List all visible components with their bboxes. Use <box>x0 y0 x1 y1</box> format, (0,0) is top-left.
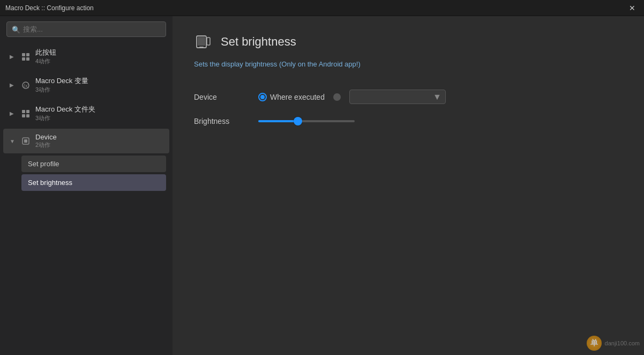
sidebar-item-set-profile[interactable]: Set profile <box>21 156 166 172</box>
device-form-row: Device Where executed ▼ <box>194 90 623 104</box>
category-files[interactable]: ▶ Macro Deck 文件夹 3动作 <box>3 100 169 127</box>
svg-rect-9 <box>26 114 29 117</box>
action-title: Set brightness <box>221 35 296 49</box>
category-buttons-text: 此按钮 4动作 <box>35 48 56 65</box>
radio-label-where-executed: Where executed <box>270 93 325 101</box>
brightness-slider-wrapper <box>258 120 355 122</box>
sidebar: 🔍 ▶ 此按钮 4动作 ▶ <box>0 16 173 355</box>
svg-rect-8 <box>22 114 25 117</box>
folder-icon <box>20 108 31 119</box>
svg-rect-7 <box>26 110 29 113</box>
svg-rect-14 <box>199 47 204 48</box>
brightness-icon <box>194 32 213 51</box>
category-device[interactable]: ▼ Device 2动作 <box>3 129 169 153</box>
radio-group: Where executed ▼ <box>258 90 446 104</box>
radio-specific[interactable] <box>333 93 341 101</box>
category-files-text: Macro Deck 文件夹 3动作 <box>35 105 95 122</box>
search-box: 🔍 <box>6 21 166 37</box>
titlebar-title: Macro Deck :: Configure action <box>5 4 94 12</box>
device-dropdown[interactable] <box>349 90 446 104</box>
titlebar: Macro Deck :: Configure action ✕ <box>0 0 644 16</box>
svg-rect-1 <box>26 53 29 56</box>
grid-icon <box>20 51 31 62</box>
device-icon <box>20 136 31 146</box>
chevron-right-icon: ▶ <box>10 82 16 88</box>
svg-rect-0 <box>22 53 25 56</box>
svg-rect-3 <box>26 57 29 61</box>
watermark-text: danji100.com <box>605 340 640 346</box>
search-input[interactable] <box>6 21 166 37</box>
action-header: Set brightness <box>194 32 623 51</box>
chevron-right-icon: ▶ <box>10 110 16 116</box>
svg-rect-2 <box>22 57 25 61</box>
close-button[interactable]: ✕ <box>626 3 639 13</box>
brightness-form-row: Brightness <box>194 117 623 125</box>
svg-rect-13 <box>198 37 205 46</box>
radio-circle-checked <box>258 93 267 101</box>
sidebar-item-set-brightness[interactable]: Set brightness <box>21 174 166 191</box>
content-area: Set brightness Sets the display brightne… <box>173 16 644 355</box>
category-variables[interactable]: ▶ (x) Macro Deck 变量 3动作 <box>3 72 169 98</box>
device-dropdown-wrapper: ▼ <box>349 90 446 104</box>
svg-rect-15 <box>207 38 210 45</box>
device-label: Device <box>194 93 258 101</box>
brightness-slider[interactable] <box>258 120 355 122</box>
radio-where-executed[interactable]: Where executed <box>258 93 325 101</box>
svg-rect-11 <box>24 139 27 143</box>
watermark: 单 danji100.com <box>587 336 640 351</box>
chevron-right-icon: ▶ <box>10 54 16 60</box>
brightness-label: Brightness <box>194 117 258 125</box>
variable-icon: (x) <box>20 80 31 91</box>
watermark-logo: 单 <box>587 336 602 351</box>
svg-text:(x): (x) <box>24 83 29 88</box>
category-device-text: Device 2动作 <box>35 133 57 149</box>
radio-dot-specific <box>333 93 341 101</box>
chevron-down-icon: ▼ <box>10 138 16 144</box>
category-variables-text: Macro Deck 变量 3动作 <box>35 76 88 94</box>
action-description: Sets the display brightness (Only on the… <box>194 60 623 68</box>
search-icon: 🔍 <box>12 25 20 33</box>
main-layout: 🔍 ▶ 此按钮 4动作 ▶ <box>0 16 644 355</box>
category-buttons[interactable]: ▶ 此按钮 4动作 <box>3 43 169 70</box>
svg-rect-6 <box>22 110 25 113</box>
